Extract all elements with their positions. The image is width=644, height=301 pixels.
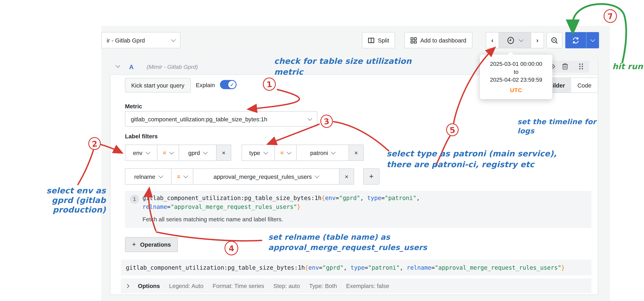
promql-label: env — [308, 264, 319, 271]
metric-field-label: Metric — [125, 103, 142, 110]
remove-filter-button[interactable]: × — [349, 145, 364, 161]
run-query-button[interactable] — [565, 32, 586, 48]
filter-op-value: = — [177, 173, 180, 180]
metric-select[interactable]: gitlab_component_utilization:pg_table_si… — [125, 111, 318, 127]
explain-label: Explain — [196, 82, 215, 88]
promql-value: "approval_merge_request_rules_users" — [170, 203, 297, 210]
option-exemplars: Exemplars: false — [346, 282, 389, 289]
time-range-from: 2025-03-01 00:00:00 — [480, 60, 552, 68]
promql-value: "patroni" — [385, 195, 416, 201]
promql-label: type — [350, 264, 364, 271]
promql-eq: = — [431, 264, 435, 271]
chevron-down-icon — [158, 174, 163, 178]
drag-handle-grip-icon[interactable] — [578, 63, 584, 70]
option-type: Type: Both — [309, 282, 337, 289]
operations-button-label: Operations — [140, 241, 171, 248]
chevron-down-icon — [203, 150, 208, 154]
split-view-icon — [368, 37, 374, 44]
chevron-down-icon — [169, 150, 174, 154]
annotation-note-7: hit run — [612, 62, 643, 71]
time-shift-forward-button[interactable]: › — [531, 32, 544, 48]
annotation-note-2-line1: select env as — [8, 186, 106, 196]
time-picker-button[interactable] — [499, 32, 531, 48]
run-query-dropdown-button[interactable] — [586, 32, 599, 48]
filter-op-select[interactable]: = — [157, 145, 179, 161]
annotation-note-4: set relname (table name) as approval_mer… — [268, 232, 427, 252]
promql-eq: = — [381, 195, 385, 201]
chevron-down-icon — [315, 174, 320, 178]
label-filters-label: Label filters — [125, 133, 158, 140]
promql-value: "gprd" — [322, 264, 344, 271]
annotation-step-2: 2 — [88, 136, 101, 150]
query-datasource-hint: (Mimir - Gitlab Gprd) — [147, 64, 198, 70]
close-icon: × — [354, 149, 358, 156]
filter-label-select[interactable]: type — [242, 145, 275, 161]
option-format: Format: Time series — [212, 282, 264, 289]
filter-value-select[interactable]: gprd — [179, 145, 217, 161]
promql-eq: = — [167, 203, 170, 210]
annotation-note-3: select type as patroni (main service), t… — [386, 148, 557, 170]
chevron-down-icon — [184, 174, 188, 178]
chevron-down-icon — [171, 37, 176, 42]
filter-op-select[interactable]: = — [274, 145, 297, 161]
filter-op-value: = — [163, 149, 166, 156]
promql-label: relname — [142, 203, 167, 210]
promql-preview-line-2: relname="approval_merge_request_rules_us… — [142, 203, 300, 210]
promql-comma: , — [344, 264, 350, 271]
chevron-down-icon — [331, 150, 336, 154]
promql-eq: = — [336, 195, 339, 201]
chevron-right-icon: › — [536, 37, 538, 44]
kick-start-query-button[interactable]: Kick start your query — [125, 78, 190, 93]
explain-description: Fetch all series matching metric name an… — [142, 216, 283, 222]
datasource-picker[interactable]: ir - Gitlab Gprd — [101, 32, 180, 48]
chevron-down-icon — [308, 116, 312, 121]
tab-code-label: Code — [578, 82, 592, 88]
time-shift-back-button[interactable]: ‹ — [486, 32, 499, 48]
filter-label-value: relname — [134, 173, 155, 180]
chevron-down-icon — [146, 150, 150, 154]
option-step: Step: auto — [273, 282, 300, 289]
promql-brace: { — [322, 195, 325, 201]
chevron-left-icon: ‹ — [491, 37, 494, 44]
filter-op-select[interactable]: = — [171, 168, 194, 185]
chevron-down-icon — [519, 37, 523, 42]
promql-metric: gitlab_component_utilization:pg_table_si… — [126, 264, 305, 271]
filter-label-value: env — [133, 149, 142, 156]
remove-filter-button[interactable]: × — [339, 168, 354, 185]
option-legend: Legend: Auto — [169, 282, 204, 289]
chevron-down-icon — [263, 150, 268, 154]
annotation-note-4-line1: set relname (table name) as — [268, 232, 427, 242]
split-button-label: Split — [378, 37, 389, 44]
magnifier-minus-icon — [551, 36, 558, 44]
promql-value: "patroni" — [368, 264, 400, 271]
annotation-note-1: check for table size utilization metric — [274, 56, 412, 77]
annotation-note-5-line2: logs — [517, 126, 596, 136]
add-to-dashboard-label: Add to dashboard — [420, 37, 466, 44]
remove-query-trash-icon[interactable] — [562, 62, 569, 70]
time-range-tooltip: 2025-03-01 00:00:00 to 2025-04-02 23:59:… — [480, 55, 552, 99]
split-button[interactable]: Split — [362, 32, 395, 48]
operations-button[interactable]: + Operations — [125, 237, 178, 252]
time-range-to-word: to — [480, 68, 552, 76]
promql-label: env — [325, 195, 336, 201]
promql-label: type — [367, 195, 381, 201]
explain-toggle[interactable]: ✓ — [220, 80, 236, 89]
options-row[interactable]: Options Legend: Auto Format: Time series… — [121, 278, 592, 293]
filter-label-select[interactable]: env — [125, 145, 158, 161]
promql-value: "gprd" — [339, 195, 360, 201]
query-ref-id: A — [129, 63, 134, 70]
time-range-timezone: UTC — [480, 86, 552, 94]
tab-code[interactable]: Code — [571, 78, 598, 93]
filter-label-select[interactable]: relname — [125, 168, 172, 185]
annotation-note-2: select env as gprd (gitlab production) — [8, 186, 106, 215]
time-nav-group: ‹ › — [486, 32, 544, 48]
add-to-dashboard-button[interactable]: Add to dashboard — [404, 32, 472, 48]
add-filter-button[interactable]: + — [363, 168, 380, 185]
filter-value-select[interactable]: patroni — [296, 145, 349, 161]
filter-value-value: patroni — [310, 149, 328, 156]
annotation-note-5-line1: set the timeline for — [517, 117, 596, 126]
promql-eq: = — [319, 264, 322, 271]
zoom-out-time-button[interactable] — [546, 32, 562, 48]
filter-value-select[interactable]: approval_merge_request_rules_users — [193, 168, 340, 185]
remove-filter-button[interactable]: × — [216, 145, 231, 161]
